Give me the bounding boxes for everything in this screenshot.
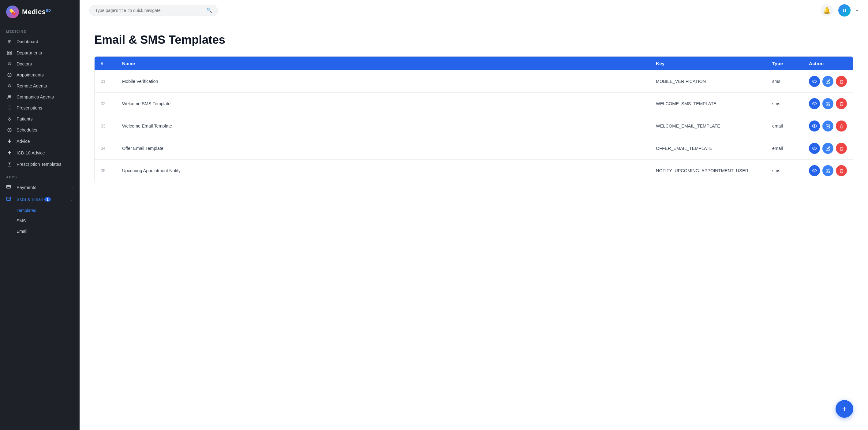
edit-button[interactable] xyxy=(823,165,833,176)
sidebar-item-prescription-templates[interactable]: Prescription Templates xyxy=(0,159,80,170)
cell-action xyxy=(803,70,853,93)
cell-action xyxy=(803,137,853,160)
templates-table-container: # Name Key Type Action 01 Mobile Verific… xyxy=(94,56,853,182)
apps-section-label: APPS xyxy=(0,170,80,181)
notifications-bell[interactable]: 🔔 xyxy=(820,4,833,16)
submenu-email-label: Email xyxy=(17,229,27,234)
view-button[interactable] xyxy=(809,165,820,176)
view-button[interactable] xyxy=(809,76,820,87)
cell-num: 03 xyxy=(95,115,116,137)
action-buttons xyxy=(809,121,847,132)
view-button[interactable] xyxy=(809,98,820,109)
edit-button[interactable] xyxy=(823,121,833,132)
cell-type: email xyxy=(766,137,803,160)
svg-point-21 xyxy=(814,81,815,82)
svg-point-25 xyxy=(814,170,815,171)
avatar-dropdown-arrow[interactable]: ▾ xyxy=(856,8,858,13)
sidebar-item-doctors[interactable]: Doctors xyxy=(0,58,80,69)
cell-num: 01 xyxy=(95,70,116,93)
prescriptions-icon xyxy=(6,105,13,110)
advice-icon: ✚ xyxy=(6,138,13,144)
delete-button[interactable] xyxy=(836,76,847,87)
delete-button[interactable] xyxy=(836,143,847,154)
sidebar-item-remote-agents[interactable]: Remote Agents xyxy=(0,80,80,92)
sidebar-item-label: Departments xyxy=(17,51,42,55)
col-header-type: Type xyxy=(766,57,803,70)
cell-type: sms xyxy=(766,160,803,182)
delete-button[interactable] xyxy=(836,121,847,132)
sidebar-item-patients[interactable]: Patients xyxy=(0,113,80,125)
sidebar-item-label: Companies Agents xyxy=(17,95,54,99)
cell-action xyxy=(803,160,853,182)
table-row: 03 Welcome Email Template WELCOME_EMAIL_… xyxy=(95,115,853,137)
dashboard-icon: ⊞ xyxy=(6,39,13,44)
view-button[interactable] xyxy=(809,121,820,132)
main-content: 🔍 🔔 U ▾ Email & SMS Templates # Name Key… xyxy=(80,0,868,430)
page-content: Email & SMS Templates # Name Key Type Ac… xyxy=(80,21,868,430)
table-row: 02 Welcome SMS Template WELCOME_SMS_TEMP… xyxy=(95,93,853,115)
table-row: 01 Mobile Verification MOBILE_VERIFICATI… xyxy=(95,70,853,93)
add-template-button[interactable]: + xyxy=(836,400,853,418)
search-icon: 🔍 xyxy=(206,8,212,13)
sidebar-item-companies-agents[interactable]: Companies Agents xyxy=(0,92,80,102)
prescription-templates-icon xyxy=(6,162,13,167)
view-button[interactable] xyxy=(809,143,820,154)
payments-icon xyxy=(6,185,13,190)
icd10-icon: ✚ xyxy=(6,150,13,156)
sidebar-item-label: Schedules xyxy=(17,128,37,132)
topbar-right: 🔔 U ▾ xyxy=(820,4,858,16)
appointments-icon xyxy=(6,72,13,77)
sidebar-item-label: Prescription Templates xyxy=(17,162,61,167)
cell-type: sms xyxy=(766,70,803,93)
sidebar-submenu-sms[interactable]: SMS xyxy=(0,216,80,226)
action-buttons xyxy=(809,76,847,87)
col-header-action: Action xyxy=(803,57,853,70)
avatar[interactable]: U xyxy=(838,4,850,16)
edit-button[interactable] xyxy=(823,143,833,154)
sidebar-item-dashboard[interactable]: ⊞ Dashboard xyxy=(0,36,80,47)
sidebar-item-label: ICD-10 Advice xyxy=(17,151,45,155)
edit-button[interactable] xyxy=(823,98,833,109)
edit-button[interactable] xyxy=(823,76,833,87)
search-bar[interactable]: 🔍 xyxy=(89,5,218,16)
svg-rect-2 xyxy=(10,53,11,55)
sidebar-item-departments[interactable]: Departments xyxy=(0,47,80,58)
sidebar-item-icd10[interactable]: ✚ ICD-10 Advice xyxy=(0,147,80,159)
submenu-templates-label: Templates xyxy=(17,208,36,213)
sidebar-item-appointments[interactable]: Appointments xyxy=(0,69,80,80)
sidebar-item-schedules[interactable]: Schedules xyxy=(0,125,80,135)
sidebar-item-sms-email[interactable]: SMS & Email 1 ⌄ xyxy=(0,193,80,205)
sidebar-item-label: Prescriptions xyxy=(17,105,42,110)
delete-button[interactable] xyxy=(836,98,847,109)
sidebar-item-label: Payments xyxy=(17,185,36,190)
logo-icon: 💊 xyxy=(6,5,19,18)
cell-num: 02 xyxy=(95,93,116,115)
sms-email-badge: 1 xyxy=(44,197,51,202)
action-buttons xyxy=(809,165,847,176)
cell-action xyxy=(803,93,853,115)
delete-button[interactable] xyxy=(836,165,847,176)
sidebar-item-label: Doctors xyxy=(17,62,32,66)
chevron-right-icon: › xyxy=(72,185,73,190)
cell-num: 04 xyxy=(95,137,116,160)
cell-key: WELCOME_EMAIL_TEMPLATE xyxy=(650,115,766,137)
svg-point-6 xyxy=(8,85,10,86)
svg-point-13 xyxy=(9,117,10,118)
table-row: 05 Upcoming Appointment Notify NOTIFY_UP… xyxy=(95,160,853,182)
sidebar-item-prescriptions[interactable]: Prescriptions xyxy=(0,102,80,113)
search-input[interactable] xyxy=(95,8,204,13)
svg-rect-0 xyxy=(8,51,9,53)
sidebar-item-payments[interactable]: Payments › xyxy=(0,181,80,193)
cell-name: Welcome SMS Template xyxy=(116,93,650,115)
action-buttons xyxy=(809,143,847,154)
sidebar-item-advice[interactable]: ✚ Advice xyxy=(0,135,80,147)
svg-point-4 xyxy=(8,62,10,64)
sidebar-submenu-templates[interactable]: Templates xyxy=(0,205,80,216)
companies-agents-icon xyxy=(6,95,13,99)
cell-key: NOTIFY_UPCOMING_APPOINTMENT_USER xyxy=(650,160,766,182)
departments-icon xyxy=(6,51,13,55)
sidebar-item-label: Appointments xyxy=(17,72,44,77)
sidebar-submenu-email[interactable]: Email xyxy=(0,226,80,236)
cell-name: Welcome Email Template xyxy=(116,115,650,137)
svg-rect-18 xyxy=(6,185,10,188)
